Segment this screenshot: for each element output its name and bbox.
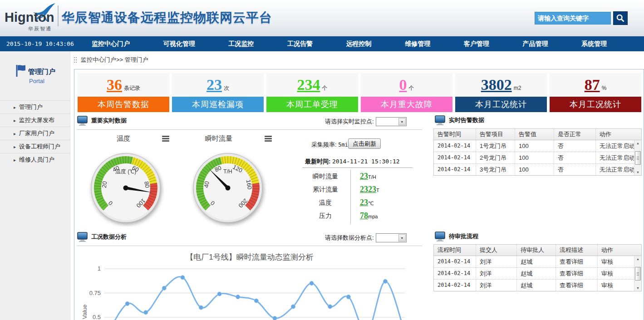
approval-col-header: 待审批人	[516, 245, 556, 256]
nav-item-5[interactable]: 远程控制	[341, 36, 377, 51]
approval-cell[interactable]: 查看详细	[556, 256, 597, 267]
reading-unit: T/H	[368, 174, 376, 180]
approvals-section-header: 待审批流程	[435, 231, 478, 241]
reading-unit: T	[376, 187, 379, 193]
reading-number: 23	[360, 172, 368, 181]
line-chart: 10.750.5Value	[74, 251, 424, 320]
sidebar-item-4[interactable]: ▸设备工程师门户	[0, 140, 70, 153]
reading-value: 78mpa	[360, 211, 378, 221]
approval-cell: 2014-02-14	[434, 268, 476, 279]
gauge2-title: 瞬时流量	[205, 134, 232, 143]
nav-item-8[interactable]: 产品管理	[517, 36, 553, 51]
reading-number: 23	[360, 198, 368, 207]
scroll-down-icon[interactable]: ▼	[634, 169, 641, 175]
svg-text:T/H: T/H	[223, 168, 232, 175]
temperature-gauge: 020406080100温度 (℃)	[87, 149, 164, 226]
alarm-cell: 无法正常启动	[595, 164, 634, 175]
stat-card-value-area: 23次	[172, 73, 264, 97]
alarm-cell: 2014-02-14	[434, 164, 476, 175]
app-root: Hignton 华辰智通 华辰智通设备远程监控物联网云平台 2015-10-19…	[0, 0, 644, 320]
table-row: 2014-02-14刘洋赵城查看详细审核	[434, 268, 641, 280]
flow-gauge: 04080120160200T/H	[189, 149, 266, 226]
nav-item-4[interactable]: 工况告警	[282, 36, 318, 51]
approval-cell: 刘洋	[476, 280, 516, 291]
triangle-bullet-icon: ▸	[14, 158, 16, 162]
stat-card-value-area: 0个	[361, 73, 452, 97]
brand-logo: Hignton 华辰智通	[4, 3, 58, 34]
alarm-col-header: 告警时间	[434, 129, 476, 140]
nav-item-9[interactable]: 系统管理	[576, 36, 612, 51]
approval-col-header: 动作	[597, 245, 634, 256]
realtime-point-select[interactable]: ▼	[376, 117, 407, 126]
nav-item-7[interactable]: 客户管理	[458, 36, 495, 51]
stat-card-value[interactable]: 87	[585, 77, 600, 93]
nav-menu: 监控中心门户可视化管理工况监控工况告警远程控制维修管理客户管理产品管理系统管理	[86, 36, 612, 51]
chevron-down-icon[interactable]: ▼	[398, 234, 406, 241]
sidebar-item-label: 监控大屏发布	[19, 117, 54, 123]
alarms-section-header: 实时告警数据	[435, 115, 484, 125]
breadcrumb-row: 监控中心门户>> 管理门户	[74, 54, 148, 66]
gauge2-menu-icon[interactable]	[265, 136, 272, 142]
approval-cell[interactable]: 审核	[597, 280, 634, 291]
approval-cell[interactable]: 查看详细	[556, 268, 597, 279]
nav-item-1[interactable]: 监控中心门户	[86, 36, 135, 51]
stat-card-6: 87%本月工况统计	[550, 73, 641, 112]
nav-timestamp: 2015-10-19 10:43:06	[6, 36, 74, 51]
search-button[interactable]	[613, 11, 628, 25]
stat-card-value[interactable]: 36	[107, 77, 122, 93]
breadcrumb[interactable]: 监控中心门户>> 管理门户	[81, 56, 148, 64]
scroll-thumb[interactable]	[635, 151, 641, 165]
stat-card-value[interactable]: 234	[297, 77, 320, 93]
logo-text: Hignton	[5, 10, 54, 25]
scroll-down-icon[interactable]: ▼	[634, 285, 641, 291]
triangle-bullet-icon: ▸	[14, 118, 16, 123]
reading-label: 累计流量	[303, 186, 348, 194]
monitor-icon	[77, 232, 88, 242]
stat-card-value[interactable]: 0	[399, 77, 407, 93]
alarm-cell: 2014-02-14	[434, 152, 476, 163]
sidebar-item-label: 设备工程师门户	[19, 143, 60, 150]
stat-card-4: 0个本月重大故障	[361, 73, 452, 112]
sidebar: 管理门户 Portal ▸管理门户▸监控大屏发布▸厂家用户门户▸设备工程师门户▸…	[0, 51, 70, 320]
vertical-scrollbar[interactable]: ▲▼	[634, 256, 641, 291]
vertical-scrollbar[interactable]: ▲▼	[634, 140, 641, 175]
nav-item-6[interactable]: 维修管理	[399, 36, 436, 51]
analysis-picker: 请选择数据分析点: ▼	[325, 233, 407, 242]
stat-card-value[interactable]: 23	[206, 77, 222, 93]
frequency-label: 采集频率:	[311, 141, 337, 148]
approval-cell[interactable]: 审核	[597, 268, 634, 279]
sidebar-item-2[interactable]: ▸监控大屏发布	[0, 113, 70, 127]
sidebar-item-1[interactable]: ▸管理门户	[0, 100, 70, 113]
approval-cell: 赵城	[516, 280, 556, 291]
scroll-up-icon[interactable]: ▲	[634, 140, 641, 146]
refresh-button[interactable]: 点击刷新	[348, 138, 381, 149]
gauge1-title: 温度	[117, 134, 130, 143]
sidebar-item-3[interactable]: ▸厂家用户门户	[0, 127, 70, 140]
stat-card-label: 本月工况统计	[455, 97, 547, 112]
search-input[interactable]	[535, 12, 610, 24]
scroll-thumb[interactable]	[635, 267, 641, 281]
chevron-down-icon[interactable]: ▼	[398, 118, 406, 125]
readings-vline	[350, 170, 351, 224]
analysis-divider	[77, 246, 422, 246]
gauge1-menu-icon[interactable]	[162, 136, 169, 142]
stat-cards-row: 36条记录本周告警数据23次本周巡检漏项234个本周工单受理0个本月重大故障38…	[78, 73, 642, 112]
nav-item-3[interactable]: 工况监控	[223, 36, 259, 51]
scroll-up-icon[interactable]: ▲	[634, 256, 641, 262]
table-row: 2014-02-143号龙门吊100否无法正常启动	[434, 164, 641, 176]
approval-col-header: 提交人	[476, 245, 516, 256]
analysis-section-header: 工况数据分析	[77, 232, 127, 242]
table-row: 2014-02-14刘洋赵城查看详细审核	[434, 280, 641, 291]
reading-number: 78	[360, 211, 368, 220]
approval-cell[interactable]: 审核	[597, 256, 634, 267]
alarm-col-header: 告警值	[515, 129, 554, 140]
stat-card-value[interactable]: 3802	[481, 77, 512, 93]
stat-card-value-area: 87%	[550, 73, 641, 97]
reading-value: 23T/H	[360, 172, 376, 181]
nav-item-2[interactable]: 可视化管理	[158, 36, 201, 51]
svg-text:温度 (℃): 温度 (℃)	[115, 168, 136, 175]
sidebar-item-5[interactable]: ▸维修人员门户	[0, 153, 70, 166]
logo-divider	[58, 5, 59, 26]
approval-cell[interactable]: 查看详细	[556, 280, 597, 291]
analysis-point-select[interactable]: ▼	[376, 233, 407, 242]
